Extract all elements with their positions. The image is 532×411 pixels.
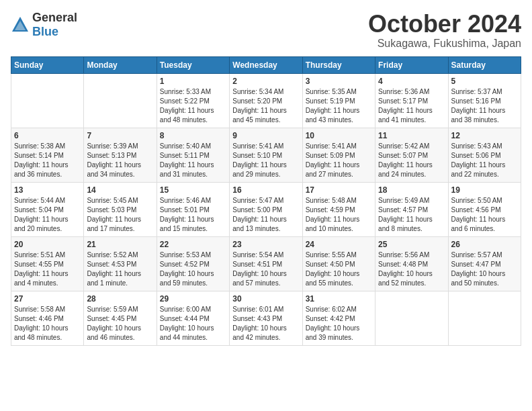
calendar-week-3: 13Sunrise: 5:44 AM Sunset: 5:04 PM Dayli… [11,182,521,236]
calendar-cell: 18Sunrise: 5:49 AM Sunset: 4:57 PM Dayli… [375,182,448,236]
day-info: Sunrise: 5:54 AM Sunset: 4:51 PM Dayligh… [232,250,299,288]
calendar-cell: 31Sunrise: 6:02 AM Sunset: 4:42 PM Dayli… [302,291,375,345]
day-number: 3 [306,77,372,86]
page-header: General Blue October 2024 Sukagawa, Fuku… [11,11,521,50]
calendar-cell: 19Sunrise: 5:50 AM Sunset: 4:56 PM Dayli… [448,182,521,236]
weekday-header-row: SundayMondayTuesdayWednesdayThursdayFrid… [11,56,521,73]
day-number: 15 [160,185,226,195]
calendar-week-1: 1Sunrise: 5:33 AM Sunset: 5:22 PM Daylig… [11,73,521,128]
day-info: Sunrise: 5:49 AM Sunset: 4:57 PM Dayligh… [378,196,445,234]
day-number: 14 [87,185,153,195]
day-info: Sunrise: 5:58 AM Sunset: 4:46 PM Dayligh… [14,305,81,342]
calendar-cell: 9Sunrise: 5:41 AM Sunset: 5:10 PM Daylig… [230,128,302,182]
calendar-cell: 22Sunrise: 5:53 AM Sunset: 4:52 PM Dayli… [157,236,229,291]
calendar-cell: 30Sunrise: 6:01 AM Sunset: 4:43 PM Dayli… [230,291,302,345]
day-info: Sunrise: 5:59 AM Sunset: 4:45 PM Dayligh… [87,305,153,342]
day-number: 23 [232,240,299,249]
day-number: 28 [87,294,153,304]
day-number: 24 [306,240,372,249]
day-number: 12 [451,131,518,140]
weekday-header-saturday: Saturday [448,56,521,73]
calendar-cell: 26Sunrise: 5:57 AM Sunset: 4:47 PM Dayli… [448,236,521,291]
day-info: Sunrise: 6:01 AM Sunset: 4:43 PM Dayligh… [232,305,299,342]
day-info: Sunrise: 5:42 AM Sunset: 5:07 PM Dayligh… [378,142,445,179]
logo-blue: Blue [32,25,58,38]
day-info: Sunrise: 5:48 AM Sunset: 4:59 PM Dayligh… [306,196,372,234]
weekday-header-monday: Monday [84,56,157,73]
day-info: Sunrise: 5:33 AM Sunset: 5:22 PM Dayligh… [160,87,226,125]
calendar-cell [375,291,448,345]
weekday-header-friday: Friday [375,56,448,73]
day-info: Sunrise: 5:39 AM Sunset: 5:13 PM Dayligh… [87,142,153,179]
day-info: Sunrise: 5:44 AM Sunset: 5:04 PM Dayligh… [14,196,81,234]
day-number: 17 [306,185,372,195]
day-info: Sunrise: 5:47 AM Sunset: 5:00 PM Dayligh… [232,196,299,234]
day-number: 29 [160,294,226,304]
calendar-week-4: 20Sunrise: 5:51 AM Sunset: 4:55 PM Dayli… [11,236,521,291]
calendar-table: SundayMondayTuesdayWednesdayThursdayFrid… [11,56,521,346]
calendar-cell [448,291,521,345]
calendar-cell: 29Sunrise: 6:00 AM Sunset: 4:44 PM Dayli… [157,291,229,345]
calendar-cell: 25Sunrise: 5:56 AM Sunset: 4:48 PM Dayli… [375,236,448,291]
day-number: 7 [87,131,153,140]
day-number: 6 [14,131,81,140]
day-number: 26 [451,240,518,249]
calendar-cell: 13Sunrise: 5:44 AM Sunset: 5:04 PM Dayli… [11,182,84,236]
day-number: 30 [232,294,299,304]
calendar-cell: 7Sunrise: 5:39 AM Sunset: 5:13 PM Daylig… [84,128,157,182]
day-info: Sunrise: 5:55 AM Sunset: 4:50 PM Dayligh… [306,250,372,288]
day-number: 22 [160,240,226,249]
day-info: Sunrise: 5:50 AM Sunset: 4:56 PM Dayligh… [451,196,518,234]
day-info: Sunrise: 5:40 AM Sunset: 5:11 PM Dayligh… [160,142,226,179]
day-info: Sunrise: 5:36 AM Sunset: 5:17 PM Dayligh… [378,87,445,125]
day-info: Sunrise: 5:43 AM Sunset: 5:06 PM Dayligh… [451,142,518,179]
calendar-cell: 6Sunrise: 5:38 AM Sunset: 5:14 PM Daylig… [11,128,84,182]
day-info: Sunrise: 5:46 AM Sunset: 5:01 PM Dayligh… [160,196,226,234]
logo: General Blue [11,11,77,39]
calendar-cell: 28Sunrise: 5:59 AM Sunset: 4:45 PM Dayli… [84,291,157,345]
day-info: Sunrise: 5:41 AM Sunset: 5:09 PM Dayligh… [306,142,372,179]
day-number: 9 [232,131,299,140]
calendar-cell: 2Sunrise: 5:34 AM Sunset: 5:20 PM Daylig… [230,73,302,128]
day-info: Sunrise: 5:53 AM Sunset: 4:52 PM Dayligh… [160,250,226,288]
location-title: Sukagawa, Fukushima, Japan [368,38,521,50]
weekday-header-sunday: Sunday [11,56,84,73]
day-info: Sunrise: 5:51 AM Sunset: 4:55 PM Dayligh… [14,250,81,288]
calendar-cell: 12Sunrise: 5:43 AM Sunset: 5:06 PM Dayli… [448,128,521,182]
calendar-cell: 3Sunrise: 5:35 AM Sunset: 5:19 PM Daylig… [302,73,375,128]
calendar-cell: 11Sunrise: 5:42 AM Sunset: 5:07 PM Dayli… [375,128,448,182]
logo-icon [11,15,30,34]
day-number: 27 [14,294,81,304]
calendar-cell: 17Sunrise: 5:48 AM Sunset: 4:59 PM Dayli… [302,182,375,236]
day-number: 18 [378,185,445,195]
title-block: October 2024 Sukagawa, Fukushima, Japan [368,11,521,50]
calendar-cell: 16Sunrise: 5:47 AM Sunset: 5:00 PM Dayli… [230,182,302,236]
day-number: 19 [451,185,518,195]
calendar-cell: 14Sunrise: 5:45 AM Sunset: 5:03 PM Dayli… [84,182,157,236]
day-number: 8 [160,131,226,140]
day-number: 1 [160,77,226,86]
calendar-body: 1Sunrise: 5:33 AM Sunset: 5:22 PM Daylig… [11,73,521,345]
weekday-header-wednesday: Wednesday [230,56,302,73]
calendar-cell: 1Sunrise: 5:33 AM Sunset: 5:22 PM Daylig… [157,73,229,128]
logo-general: General [32,11,77,24]
calendar-cell: 20Sunrise: 5:51 AM Sunset: 4:55 PM Dayli… [11,236,84,291]
calendar-cell: 15Sunrise: 5:46 AM Sunset: 5:01 PM Dayli… [157,182,229,236]
day-number: 4 [378,77,445,86]
day-number: 10 [306,131,372,140]
day-number: 5 [451,77,518,86]
calendar-week-2: 6Sunrise: 5:38 AM Sunset: 5:14 PM Daylig… [11,128,521,182]
day-number: 31 [306,294,372,304]
day-number: 25 [378,240,445,249]
day-info: Sunrise: 6:02 AM Sunset: 4:42 PM Dayligh… [306,305,372,342]
day-info: Sunrise: 5:57 AM Sunset: 4:47 PM Dayligh… [451,250,518,288]
day-info: Sunrise: 5:41 AM Sunset: 5:10 PM Dayligh… [232,142,299,179]
day-number: 21 [87,240,153,249]
day-number: 16 [232,185,299,195]
month-title: October 2024 [368,11,521,38]
day-number: 11 [378,131,445,140]
day-info: Sunrise: 5:56 AM Sunset: 4:48 PM Dayligh… [378,250,445,288]
logo-text: General Blue [32,11,77,39]
calendar-cell: 10Sunrise: 5:41 AM Sunset: 5:09 PM Dayli… [302,128,375,182]
day-number: 13 [14,185,81,195]
